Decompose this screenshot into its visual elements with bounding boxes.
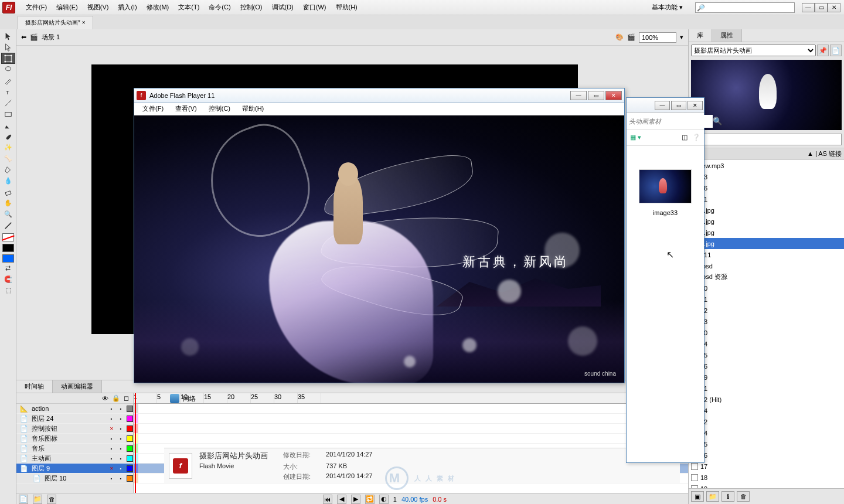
- library-item[interactable]: .psd: [689, 260, 844, 271]
- goto-first-button[interactable]: ⏮: [323, 495, 332, 504]
- library-doc-select[interactable]: 摄影店网站片头动画: [691, 45, 816, 56]
- help-search-input[interactable]: [695, 2, 795, 13]
- bone-tool[interactable]: 🦴: [1, 153, 15, 164]
- library-item[interactable]: 15: [689, 438, 844, 449]
- properties-button[interactable]: ℹ: [722, 491, 734, 502]
- library-item[interactable]: 40: [689, 327, 844, 338]
- player-menu-view[interactable]: 查看(V): [169, 103, 203, 114]
- menu-item[interactable]: 文本(T): [173, 1, 204, 14]
- player-maximize-button[interactable]: ▭: [588, 91, 604, 100]
- timeline-layer[interactable]: 📄主动画••: [16, 454, 133, 464]
- pen-tool[interactable]: [1, 75, 15, 86]
- new-library-button[interactable]: 📄: [830, 45, 842, 56]
- library-item[interactable]: 18: [689, 472, 844, 483]
- snap-tool[interactable]: 🧲: [1, 274, 15, 285]
- window-close-button[interactable]: ✕: [828, 3, 840, 12]
- free-transform-tool[interactable]: [1, 53, 15, 64]
- new-folder-button[interactable]: 📁: [706, 491, 719, 502]
- window-restore-button[interactable]: ▭: [815, 3, 828, 12]
- library-item[interactable]: 11: [689, 294, 844, 305]
- menu-item[interactable]: 窗口(W): [298, 1, 331, 14]
- player-menu-control[interactable]: 控制(C): [203, 103, 236, 114]
- library-item[interactable]: 73: [689, 171, 844, 182]
- new-symbol-button[interactable]: ▣: [691, 491, 704, 502]
- explorer-minimize-button[interactable]: —: [655, 101, 670, 110]
- library-item[interactable]: 65: [689, 349, 844, 360]
- library-item[interactable]: 69: [689, 372, 844, 383]
- subselection-tool[interactable]: [1, 42, 15, 53]
- library-item[interactable]: 71: [689, 383, 844, 394]
- library-item[interactable]: 66: [689, 360, 844, 372]
- library-item[interactable]: 111: [689, 249, 844, 260]
- network-location[interactable]: 网络: [170, 394, 196, 403]
- menu-item[interactable]: 修改(M): [142, 1, 174, 14]
- player-menu-help[interactable]: 帮助(H): [236, 103, 270, 114]
- timeline-layer[interactable]: 📄图层 9✕•: [16, 464, 133, 474]
- library-item[interactable]: 74: [689, 405, 844, 416]
- tab-library[interactable]: 库: [689, 29, 712, 42]
- library-item[interactable]: .psd 资源: [689, 271, 844, 282]
- library-item[interactable]: 1.jpg: [689, 205, 844, 216]
- player-close-button[interactable]: ✕: [605, 91, 622, 100]
- library-item[interactable]: 72 (Hit): [689, 394, 844, 405]
- window-minimize-button[interactable]: —: [802, 3, 815, 12]
- player-minimize-button[interactable]: —: [570, 91, 587, 100]
- menu-item[interactable]: 控制(O): [236, 1, 267, 14]
- menu-item[interactable]: 帮助(H): [331, 1, 362, 14]
- tab-properties[interactable]: 属性: [712, 29, 742, 42]
- delete-button[interactable]: 🗑: [737, 491, 750, 502]
- fill-color-swatch-2[interactable]: [2, 254, 14, 263]
- menu-item[interactable]: 命令(C): [204, 1, 235, 14]
- library-search-input[interactable]: [691, 134, 842, 145]
- selection-tool[interactable]: [1, 30, 15, 42]
- scene-label[interactable]: 场景 1: [42, 33, 60, 42]
- text-tool[interactable]: T: [1, 86, 15, 97]
- library-item[interactable]: 11: [689, 193, 844, 205]
- library-item[interactable]: 12: [689, 305, 844, 316]
- new-layer-button[interactable]: 📄: [19, 495, 28, 504]
- timeline-layer[interactable]: 📄控制按钮✕•: [16, 424, 133, 434]
- timeline-layer[interactable]: 📐action••: [16, 404, 133, 414]
- timeline-layer[interactable]: 📄图层 10••: [16, 474, 133, 483]
- new-folder-button[interactable]: 📁: [33, 495, 42, 504]
- tab-timeline[interactable]: 时间轴: [16, 380, 53, 393]
- library-item[interactable]: 3.jpg: [689, 227, 844, 238]
- organize-button[interactable]: ▦ ▾: [630, 134, 641, 141]
- library-item[interactable]: 76: [689, 182, 844, 193]
- deco-tool[interactable]: ✨: [1, 142, 15, 153]
- onion-skin-button[interactable]: ◐: [379, 495, 389, 504]
- eraser-tool[interactable]: [1, 186, 15, 197]
- menu-item[interactable]: 调试(D): [267, 1, 298, 14]
- explorer-close-button[interactable]: ✕: [688, 101, 703, 110]
- swap-colors-icon[interactable]: ⇄: [1, 263, 15, 274]
- brush-tool[interactable]: [1, 131, 15, 142]
- zoom-input[interactable]: [639, 32, 676, 43]
- zoom-dropdown-icon[interactable]: ▾: [680, 33, 683, 41]
- zoom-tool[interactable]: 🔍: [1, 209, 15, 220]
- pencil-tool[interactable]: [1, 120, 15, 131]
- step-back-button[interactable]: ◀: [337, 495, 346, 504]
- library-item[interactable]: iew.mp3: [689, 160, 844, 171]
- back-icon[interactable]: ⬅: [21, 33, 26, 41]
- outline-icon[interactable]: ◻: [122, 394, 130, 402]
- scene-button-icon[interactable]: 🎬: [627, 33, 635, 41]
- help-button[interactable]: ❔: [692, 134, 700, 141]
- library-item[interactable]: 16: [689, 449, 844, 461]
- line-tool[interactable]: [1, 97, 15, 108]
- loop-button[interactable]: 🔁: [365, 495, 375, 504]
- library-item[interactable]: 10: [689, 282, 844, 294]
- rectangle-tool[interactable]: [1, 108, 15, 120]
- document-tab[interactable]: 摄影店网站片头动画* ×: [18, 16, 93, 29]
- library-item[interactable]: 4.jpg: [689, 238, 844, 249]
- menu-item[interactable]: 文件(F): [21, 1, 52, 14]
- lasso-tool[interactable]: [1, 64, 15, 75]
- explorer-search-input[interactable]: [627, 115, 713, 128]
- eyedropper-tool[interactable]: 💧: [1, 175, 15, 186]
- library-item[interactable]: 17: [689, 461, 844, 472]
- stroke-tool[interactable]: [1, 220, 15, 231]
- library-header[interactable]: 名称 ▲ | AS 链接: [689, 148, 844, 160]
- library-item[interactable]: 19: [689, 483, 844, 488]
- stroke-color-swatch[interactable]: [2, 233, 14, 241]
- fill-color-swatch[interactable]: [2, 244, 14, 252]
- pin-library-button[interactable]: 📌: [817, 45, 829, 56]
